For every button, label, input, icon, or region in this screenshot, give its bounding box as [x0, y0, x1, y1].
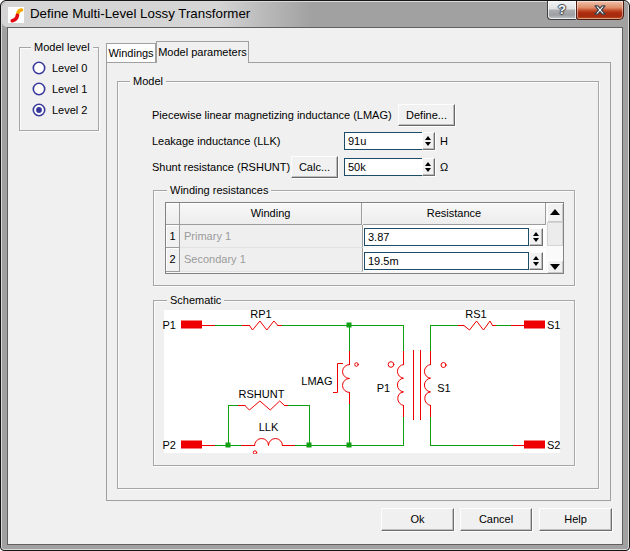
svg-text:RS1: RS1 [465, 308, 486, 320]
svg-text:LLK: LLK [259, 421, 279, 433]
svg-text:P2: P2 [163, 439, 176, 451]
svg-text:S1: S1 [547, 319, 560, 331]
svg-text:RP1: RP1 [250, 308, 271, 320]
svg-text:P1: P1 [377, 382, 390, 394]
svg-text:S1: S1 [437, 382, 450, 394]
svg-text:LMAG: LMAG [301, 375, 332, 387]
svg-text:RSHUNT: RSHUNT [239, 388, 285, 400]
svg-text:S2: S2 [547, 439, 560, 451]
svg-text:P1: P1 [163, 319, 176, 331]
